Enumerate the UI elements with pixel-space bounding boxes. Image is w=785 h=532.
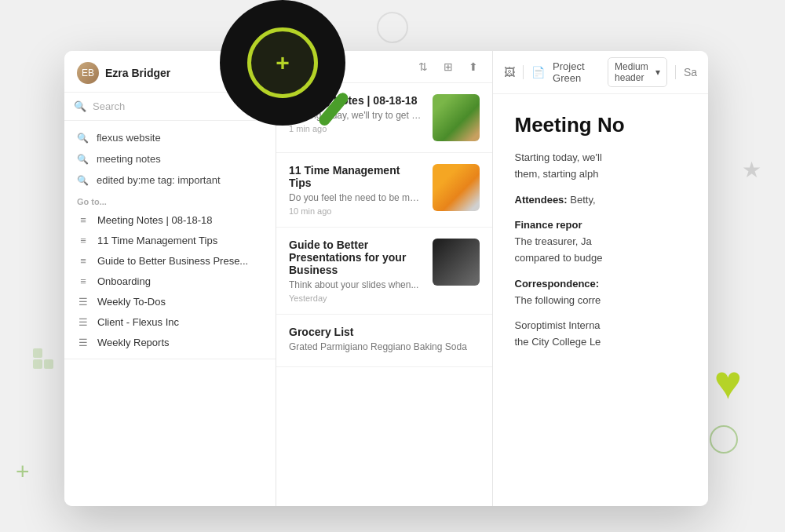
note-content: Guide to Better Presentations for your B… (289, 239, 425, 303)
recent-search-icon: 🔍 (77, 154, 89, 165)
editor-area: 🖼 📄 Project Green Medium header ▾ Sa Mee… (493, 51, 709, 506)
goto-item-1[interactable]: ≡ 11 Time Management Tips (64, 230, 276, 250)
editor-finance: Finance reporThe treasurer, Jacompared t… (515, 217, 687, 266)
note-time: Yesterday (289, 293, 425, 303)
note-content: Meeting Notes | 08-18-18 Starting today,… (289, 94, 425, 141)
bold-label: Correspondence: (515, 278, 600, 290)
app-window: EB Ezra Bridger ▾ 🔍 🔍 flexus website 🔍 m… (64, 51, 708, 506)
note-excerpt: Do you feel the need to be more organize… (289, 192, 425, 203)
note-item-3[interactable]: Grocery List Grated Parmigiano Reggiano … (276, 315, 492, 367)
goto-text: Meeting Notes | 08-18-18 (97, 214, 212, 226)
note-title: Guide to Better Presentations for your B… (289, 239, 425, 276)
note-time: 1 min ago (289, 124, 425, 133)
chevron-down-icon[interactable]: ▾ (259, 69, 263, 78)
goto-text-weekly-reports: Weekly Reports (97, 337, 170, 348)
thumbnail-image (433, 239, 480, 286)
note-title: 11 Time Management Tips (289, 164, 425, 189)
recent-search-icon: 🔍 (77, 133, 89, 144)
note-content: 11 Time Management Tips Do you feel the … (289, 164, 425, 216)
user-name: Ezra Bridger (105, 67, 253, 79)
recent-item[interactable]: 🔍 meeting notes (64, 148, 276, 169)
search-icon: 🔍 (74, 100, 86, 112)
app-body: EB Ezra Bridger ▾ 🔍 🔍 flexus website 🔍 m… (64, 51, 708, 506)
doc-icon[interactable]: 📄 (531, 63, 545, 82)
list-icon: ☰ (77, 336, 89, 348)
bold-label: Finance repor (515, 219, 582, 231)
project-label: Project Green (553, 60, 592, 84)
editor-title[interactable]: Meeting No (515, 113, 687, 137)
note-excerpt: Starting today, we'll try to get better … (289, 110, 425, 121)
goto-item-3[interactable]: ≡ Onboarding (64, 271, 276, 291)
avatar: EB (77, 62, 99, 84)
goto-text: Weekly To-Dos (97, 296, 166, 308)
editor-paragraph: Starting today, we'llthem, starting alph (515, 150, 687, 183)
note-thumbnail (433, 94, 480, 141)
note-excerpt: Grated Parmigiano Reggiano Baking Soda (289, 341, 480, 352)
toolbar-divider (523, 65, 524, 79)
editor-attendees: Attendees: Betty, (515, 192, 687, 209)
svg-rect-0 (33, 348, 42, 358)
note-content: Grocery List Grated Parmigiano Reggiano … (289, 326, 480, 355)
editor-toolbar: 🖼 📄 Project Green Medium header ▾ Sa (493, 51, 709, 94)
view-icon[interactable]: ⊞ (439, 57, 458, 76)
deco-circle (377, 12, 408, 43)
deco-plus: + (16, 458, 30, 485)
goto-label: Go to... (64, 191, 276, 210)
thumbnail-image (433, 94, 480, 141)
export-icon[interactable]: ⬆ (464, 57, 483, 76)
goto-text: 11 Time Management Tips (97, 235, 217, 246)
header-selector[interactable]: Medium header ▾ (608, 57, 667, 87)
list-icon: ☰ (77, 295, 89, 308)
header-selector-label: Medium header (615, 61, 652, 83)
editor-correspondence: Correspondence:The following corre (515, 276, 687, 309)
document-icon: ≡ (77, 213, 89, 226)
document-icon: ≡ (77, 275, 89, 287)
goto-item-5[interactable]: ☰ Client - Flexus Inc (64, 312, 276, 332)
deco-tetris (33, 341, 57, 375)
note-item-1[interactable]: 11 Time Management Tips Do you feel the … (276, 153, 492, 228)
deco-heart: ♥ (714, 359, 742, 406)
goto-text: Client - Flexus Inc (97, 316, 179, 328)
svg-rect-1 (33, 359, 42, 369)
note-thumbnail (433, 164, 480, 211)
save-button[interactable]: Sa (684, 63, 697, 82)
note-excerpt: Think about your slides when... (289, 279, 425, 290)
note-time: 10 min ago (289, 206, 425, 216)
document-icon: ≡ (77, 234, 89, 246)
recent-search-icon: 🔍 (77, 175, 89, 186)
document-icon: ≡ (77, 254, 89, 267)
recent-text: flexus website (97, 132, 161, 144)
search-dropdown: 🔍 flexus website 🔍 meeting notes 🔍 edite… (64, 121, 276, 359)
search-bar: 🔍 (64, 93, 276, 121)
goto-text: Onboarding (97, 275, 151, 287)
note-thumbnail (433, 239, 480, 286)
goto-item-0[interactable]: ≡ Meeting Notes | 08-18-18 (64, 210, 276, 230)
note-title: Grocery List (289, 326, 480, 338)
editor-soroptimist: Soroptimist Internathe City College Le (515, 318, 687, 351)
editor-content: Meeting No Starting today, we'llthem, st… (493, 94, 709, 506)
note-list: ⇅ ⊞ ⬆ Meeting Notes | 08-18-18 Starting … (276, 51, 493, 506)
bold-label: Attendees: (515, 194, 568, 206)
thumbnail-image (433, 164, 480, 211)
toolbar-divider (675, 65, 676, 79)
recent-item[interactable]: 🔍 edited by:me tag: important (64, 169, 276, 191)
recent-text: meeting notes (97, 153, 161, 165)
goto-item-2[interactable]: ≡ Guide to Better Business Prese... (64, 250, 276, 271)
goto-text: Guide to Better Business Prese... (97, 255, 248, 267)
chevron-down-icon: ▾ (655, 67, 660, 78)
note-item-0[interactable]: Meeting Notes | 08-18-18 Starting today,… (276, 83, 492, 153)
list-icon: ☰ (77, 315, 89, 328)
avatar-image: EB (77, 62, 99, 84)
goto-item-4[interactable]: ☰ Weekly To-Dos (64, 291, 276, 312)
sidebar-header: EB Ezra Bridger ▾ (64, 51, 276, 93)
deco-star: ★ (742, 157, 761, 183)
search-input[interactable] (93, 100, 266, 112)
image-icon[interactable]: 🖼 (504, 63, 516, 82)
recent-item[interactable]: 🔍 flexus website (64, 127, 276, 148)
note-item-2[interactable]: Guide to Better Presentations for your B… (276, 228, 492, 315)
sidebar: EB Ezra Bridger ▾ 🔍 🔍 flexus website 🔍 m… (64, 51, 276, 506)
sort-icon[interactable]: ⇅ (414, 57, 433, 76)
svg-rect-2 (44, 359, 53, 369)
deco-circle-bottom (710, 425, 738, 454)
goto-item-weekly-reports[interactable]: ☰ Weekly Reports (64, 332, 276, 352)
